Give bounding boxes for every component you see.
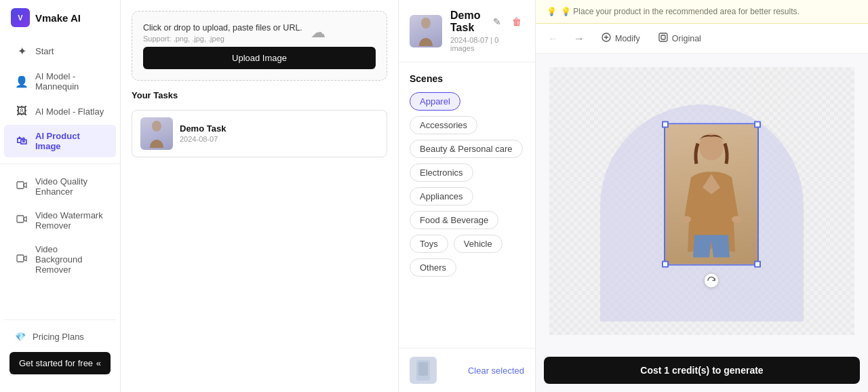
delete-task-button[interactable]: 🗑 <box>509 15 524 28</box>
handle-tl[interactable] <box>662 121 669 128</box>
sidebar-item-label: AI Model - Flatlay <box>35 106 104 117</box>
chip-vehicle[interactable]: Vehicle <box>454 235 502 253</box>
handle-bl[interactable] <box>662 260 669 267</box>
task-header-thumbnail <box>410 15 442 47</box>
chip-toys[interactable]: Toys <box>410 235 448 253</box>
canvas-toolbar: ← → Modify Original <box>536 24 868 54</box>
sidebar-item-label: AI Product Image <box>35 131 105 151</box>
task-header-title: Demo Task ✎ 🗑 <box>450 9 524 34</box>
svg-point-12 <box>732 216 741 222</box>
chip-accessories[interactable]: Accessories <box>410 116 477 134</box>
sidebar-bottom-divider <box>4 319 116 320</box>
edit-task-button[interactable]: ✎ <box>490 15 504 28</box>
left-panel: Click or drop to upload, paste files or … <box>121 0 399 392</box>
task-header: Demo Task ✎ 🗑 2024-08-07 | 0 images <box>399 0 535 62</box>
svg-rect-8 <box>659 33 667 41</box>
svg-rect-2 <box>17 255 24 262</box>
collapse-icon: « <box>96 358 101 368</box>
chip-appliances[interactable]: Appliances <box>410 187 473 205</box>
upload-hint: Click or drop to upload, paste files or … <box>143 22 302 35</box>
get-started-button[interactable]: Get started for free « <box>9 352 111 374</box>
pricing-icon: 💎 <box>15 332 26 342</box>
upload-zone[interactable]: Click or drop to upload, paste files or … <box>132 11 387 81</box>
sidebar-item-label: Pricing Plans <box>33 332 84 342</box>
sidebar-item-label: Start <box>35 46 54 56</box>
sidebar-item-start[interactable]: ✦ Start <box>4 39 116 64</box>
upload-support: Support: .png, .jpg, .jpeg <box>143 35 302 43</box>
video-quality-icon <box>15 180 28 193</box>
logo-icon: V <box>11 8 30 27</box>
handle-tr[interactable] <box>754 121 761 128</box>
task-thumbnail <box>140 117 173 150</box>
svg-point-11 <box>682 216 691 222</box>
svg-rect-6 <box>418 362 428 376</box>
logo: V Vmake AI <box>0 8 120 38</box>
hint-icon: 💡 <box>547 7 557 16</box>
sidebar-bottom: 💎 Pricing Plans Get started for free « <box>0 309 120 384</box>
task-header-info: Demo Task ✎ 🗑 2024-08-07 | 0 images <box>450 9 524 52</box>
chip-others[interactable]: Others <box>410 258 456 277</box>
sidebar-item-label: Video Background Remover <box>35 244 105 275</box>
sidebar-item-label: Video Quality Enhancer <box>35 176 105 197</box>
sidebar-item-ai-product-image[interactable]: 🛍 AI Product Image <box>4 125 116 157</box>
undo-button[interactable]: ← <box>544 30 563 47</box>
svg-point-3 <box>152 121 161 132</box>
tasks-label: Your Tasks <box>132 90 387 100</box>
task-card[interactable]: Demo Task 2024-08-07 <box>132 110 387 157</box>
logo-text: Vmake AI <box>35 12 81 24</box>
chip-beauty-personal-care[interactable]: Beauty & Personal care <box>410 140 523 158</box>
video-bg-icon <box>15 253 28 267</box>
upload-zone-top: Click or drop to upload, paste files or … <box>143 22 376 43</box>
chip-food-beverage[interactable]: Food & Beverage <box>410 211 498 229</box>
scenes-label: Scenes <box>410 73 524 84</box>
start-icon: ✦ <box>15 45 28 58</box>
sidebar-divider <box>0 163 120 164</box>
sidebar-item-video-quality[interactable]: Video Quality Enhancer <box>4 170 116 203</box>
center-panel: Demo Task ✎ 🗑 2024-08-07 | 0 images Scen… <box>399 0 536 392</box>
sidebar-item-pricing[interactable]: 💎 Pricing Plans <box>4 326 116 348</box>
sidebar-item-label: AI Model - Mannequin <box>35 71 105 92</box>
generate-button[interactable]: Cost 1 credit(s) to generate <box>544 357 860 384</box>
canvas-area <box>536 54 868 349</box>
chip-electronics[interactable]: Electronics <box>410 163 473 182</box>
sidebar-item-video-background[interactable]: Video Background Remover <box>4 238 116 281</box>
modify-icon <box>601 32 612 45</box>
modify-label: Modify <box>615 34 640 43</box>
sidebar-item-ai-model-flatlay[interactable]: 🖼 AI Model - Flatlay <box>4 99 116 123</box>
main-content: Click or drop to upload, paste files or … <box>121 0 868 392</box>
original-button[interactable]: Original <box>652 29 707 47</box>
original-label: Original <box>672 34 701 43</box>
upload-text: Click or drop to upload, paste files or … <box>143 22 302 43</box>
task-thumb-inner <box>140 117 173 150</box>
tasks-section: Your Tasks <box>132 90 387 100</box>
redo-button[interactable]: → <box>570 30 589 47</box>
upload-image-button[interactable]: Upload Image <box>143 47 376 69</box>
product-image-container[interactable] <box>664 123 759 265</box>
canvas-hint: 💡 💡 Place your product in the recommende… <box>536 0 868 24</box>
flatlay-icon: 🖼 <box>15 105 28 117</box>
modify-button[interactable]: Modify <box>595 29 646 47</box>
upload-cloud-icon: ☁ <box>311 24 326 41</box>
task-date: 2024-08-07 <box>180 135 378 143</box>
content-area: Click or drop to upload, paste files or … <box>121 0 868 392</box>
svg-rect-0 <box>17 182 24 189</box>
handle-br[interactable] <box>754 260 761 267</box>
product-image-icon: 🛍 <box>15 135 28 147</box>
sidebar-item-label: Video Watermark Remover <box>35 210 105 231</box>
sidebar-item-video-watermark[interactable]: Video Watermark Remover <box>4 204 116 237</box>
task-info: Demo Task 2024-08-07 <box>180 123 378 143</box>
task-title-text: Demo Task <box>450 9 485 34</box>
right-panel: 💡 💡 Place your product in the recommende… <box>536 0 868 392</box>
task-name: Demo Task <box>180 123 378 134</box>
clear-selected-button[interactable]: Clear selected <box>468 366 524 376</box>
bottom-bar: Clear selected <box>399 348 535 392</box>
rotate-handle[interactable] <box>704 273 719 288</box>
scenes-area: Scenes Apparel Accessories Beauty & Pers… <box>399 62 535 348</box>
video-watermark-icon <box>15 214 28 227</box>
mannequin-icon: 👤 <box>15 75 28 88</box>
sidebar-item-ai-model-mannequin[interactable]: 👤 AI Model - Mannequin <box>4 65 116 98</box>
svg-rect-1 <box>17 216 24 222</box>
scene-chips: Apparel Accessories Beauty & Personal ca… <box>410 92 524 277</box>
chip-apparel[interactable]: Apparel <box>410 92 460 111</box>
bottom-thumbnail <box>410 357 437 384</box>
